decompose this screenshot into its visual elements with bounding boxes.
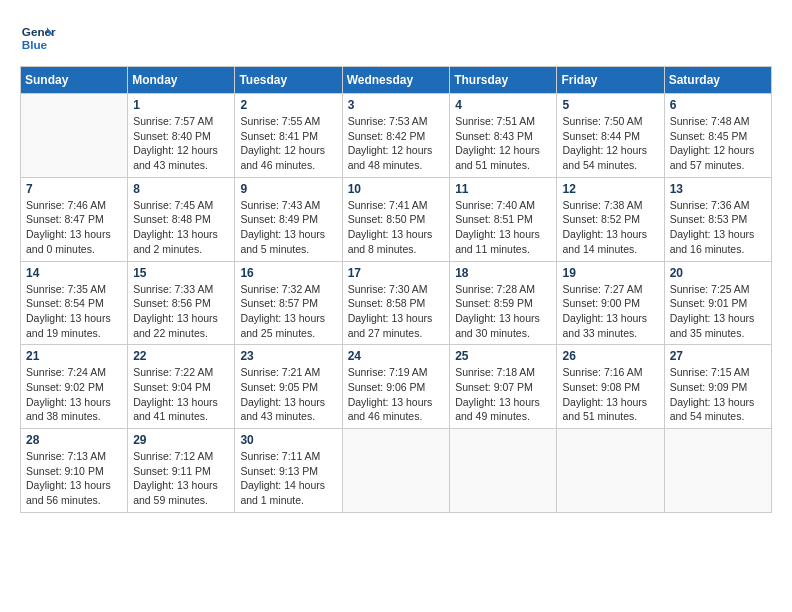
day-number: 23 [240, 349, 336, 363]
calendar-table: SundayMondayTuesdayWednesdayThursdayFrid… [20, 66, 772, 513]
calendar-cell: 14Sunrise: 7:35 AM Sunset: 8:54 PM Dayli… [21, 261, 128, 345]
calendar-cell: 13Sunrise: 7:36 AM Sunset: 8:53 PM Dayli… [664, 177, 771, 261]
day-number: 28 [26, 433, 122, 447]
day-number: 8 [133, 182, 229, 196]
calendar-cell: 20Sunrise: 7:25 AM Sunset: 9:01 PM Dayli… [664, 261, 771, 345]
day-header-tuesday: Tuesday [235, 67, 342, 94]
day-number: 10 [348, 182, 445, 196]
calendar-cell: 22Sunrise: 7:22 AM Sunset: 9:04 PM Dayli… [128, 345, 235, 429]
calendar-cell: 28Sunrise: 7:13 AM Sunset: 9:10 PM Dayli… [21, 429, 128, 513]
calendar-cell [342, 429, 450, 513]
day-detail: Sunrise: 7:43 AM Sunset: 8:49 PM Dayligh… [240, 198, 336, 257]
calendar-cell: 5Sunrise: 7:50 AM Sunset: 8:44 PM Daylig… [557, 94, 664, 178]
day-number: 17 [348, 266, 445, 280]
day-number: 24 [348, 349, 445, 363]
calendar-week-1: 1Sunrise: 7:57 AM Sunset: 8:40 PM Daylig… [21, 94, 772, 178]
day-detail: Sunrise: 7:28 AM Sunset: 8:59 PM Dayligh… [455, 282, 551, 341]
calendar-cell: 8Sunrise: 7:45 AM Sunset: 8:48 PM Daylig… [128, 177, 235, 261]
day-detail: Sunrise: 7:27 AM Sunset: 9:00 PM Dayligh… [562, 282, 658, 341]
calendar-week-4: 21Sunrise: 7:24 AM Sunset: 9:02 PM Dayli… [21, 345, 772, 429]
calendar-cell: 24Sunrise: 7:19 AM Sunset: 9:06 PM Dayli… [342, 345, 450, 429]
day-detail: Sunrise: 7:53 AM Sunset: 8:42 PM Dayligh… [348, 114, 445, 173]
day-detail: Sunrise: 7:15 AM Sunset: 9:09 PM Dayligh… [670, 365, 766, 424]
calendar-cell: 15Sunrise: 7:33 AM Sunset: 8:56 PM Dayli… [128, 261, 235, 345]
day-number: 11 [455, 182, 551, 196]
calendar-cell: 30Sunrise: 7:11 AM Sunset: 9:13 PM Dayli… [235, 429, 342, 513]
day-detail: Sunrise: 7:50 AM Sunset: 8:44 PM Dayligh… [562, 114, 658, 173]
calendar-cell: 19Sunrise: 7:27 AM Sunset: 9:00 PM Dayli… [557, 261, 664, 345]
day-detail: Sunrise: 7:25 AM Sunset: 9:01 PM Dayligh… [670, 282, 766, 341]
day-number: 16 [240, 266, 336, 280]
calendar-week-5: 28Sunrise: 7:13 AM Sunset: 9:10 PM Dayli… [21, 429, 772, 513]
day-detail: Sunrise: 7:41 AM Sunset: 8:50 PM Dayligh… [348, 198, 445, 257]
calendar-cell: 16Sunrise: 7:32 AM Sunset: 8:57 PM Dayli… [235, 261, 342, 345]
day-number: 4 [455, 98, 551, 112]
day-number: 27 [670, 349, 766, 363]
day-detail: Sunrise: 7:24 AM Sunset: 9:02 PM Dayligh… [26, 365, 122, 424]
day-detail: Sunrise: 7:40 AM Sunset: 8:51 PM Dayligh… [455, 198, 551, 257]
logo: General Blue [20, 20, 56, 56]
day-detail: Sunrise: 7:57 AM Sunset: 8:40 PM Dayligh… [133, 114, 229, 173]
calendar-cell: 6Sunrise: 7:48 AM Sunset: 8:45 PM Daylig… [664, 94, 771, 178]
day-number: 22 [133, 349, 229, 363]
day-number: 19 [562, 266, 658, 280]
calendar-cell: 25Sunrise: 7:18 AM Sunset: 9:07 PM Dayli… [450, 345, 557, 429]
day-number: 1 [133, 98, 229, 112]
day-detail: Sunrise: 7:12 AM Sunset: 9:11 PM Dayligh… [133, 449, 229, 508]
day-number: 25 [455, 349, 551, 363]
day-detail: Sunrise: 7:36 AM Sunset: 8:53 PM Dayligh… [670, 198, 766, 257]
page-header: General Blue [20, 20, 772, 56]
calendar-cell: 26Sunrise: 7:16 AM Sunset: 9:08 PM Dayli… [557, 345, 664, 429]
day-number: 14 [26, 266, 122, 280]
svg-text:General: General [22, 25, 56, 38]
calendar-cell: 27Sunrise: 7:15 AM Sunset: 9:09 PM Dayli… [664, 345, 771, 429]
day-detail: Sunrise: 7:51 AM Sunset: 8:43 PM Dayligh… [455, 114, 551, 173]
calendar-cell: 21Sunrise: 7:24 AM Sunset: 9:02 PM Dayli… [21, 345, 128, 429]
day-detail: Sunrise: 7:11 AM Sunset: 9:13 PM Dayligh… [240, 449, 336, 508]
calendar-cell: 11Sunrise: 7:40 AM Sunset: 8:51 PM Dayli… [450, 177, 557, 261]
day-detail: Sunrise: 7:22 AM Sunset: 9:04 PM Dayligh… [133, 365, 229, 424]
calendar-cell: 10Sunrise: 7:41 AM Sunset: 8:50 PM Dayli… [342, 177, 450, 261]
day-number: 9 [240, 182, 336, 196]
day-header-friday: Friday [557, 67, 664, 94]
day-number: 3 [348, 98, 445, 112]
calendar-cell: 29Sunrise: 7:12 AM Sunset: 9:11 PM Dayli… [128, 429, 235, 513]
day-detail: Sunrise: 7:30 AM Sunset: 8:58 PM Dayligh… [348, 282, 445, 341]
day-detail: Sunrise: 7:46 AM Sunset: 8:47 PM Dayligh… [26, 198, 122, 257]
calendar-cell: 18Sunrise: 7:28 AM Sunset: 8:59 PM Dayli… [450, 261, 557, 345]
day-detail: Sunrise: 7:35 AM Sunset: 8:54 PM Dayligh… [26, 282, 122, 341]
calendar-cell [557, 429, 664, 513]
calendar-cell: 17Sunrise: 7:30 AM Sunset: 8:58 PM Dayli… [342, 261, 450, 345]
calendar-cell: 9Sunrise: 7:43 AM Sunset: 8:49 PM Daylig… [235, 177, 342, 261]
day-detail: Sunrise: 7:33 AM Sunset: 8:56 PM Dayligh… [133, 282, 229, 341]
day-detail: Sunrise: 7:21 AM Sunset: 9:05 PM Dayligh… [240, 365, 336, 424]
calendar-cell: 23Sunrise: 7:21 AM Sunset: 9:05 PM Dayli… [235, 345, 342, 429]
day-number: 12 [562, 182, 658, 196]
calendar-cell: 1Sunrise: 7:57 AM Sunset: 8:40 PM Daylig… [128, 94, 235, 178]
day-header-wednesday: Wednesday [342, 67, 450, 94]
calendar-header-row: SundayMondayTuesdayWednesdayThursdayFrid… [21, 67, 772, 94]
logo-icon: General Blue [20, 20, 56, 56]
calendar-cell: 2Sunrise: 7:55 AM Sunset: 8:41 PM Daylig… [235, 94, 342, 178]
calendar-cell [21, 94, 128, 178]
day-number: 5 [562, 98, 658, 112]
day-detail: Sunrise: 7:45 AM Sunset: 8:48 PM Dayligh… [133, 198, 229, 257]
day-header-monday: Monday [128, 67, 235, 94]
day-number: 15 [133, 266, 229, 280]
calendar-week-2: 7Sunrise: 7:46 AM Sunset: 8:47 PM Daylig… [21, 177, 772, 261]
day-detail: Sunrise: 7:48 AM Sunset: 8:45 PM Dayligh… [670, 114, 766, 173]
day-number: 6 [670, 98, 766, 112]
calendar-week-3: 14Sunrise: 7:35 AM Sunset: 8:54 PM Dayli… [21, 261, 772, 345]
day-number: 18 [455, 266, 551, 280]
calendar-cell: 4Sunrise: 7:51 AM Sunset: 8:43 PM Daylig… [450, 94, 557, 178]
day-header-sunday: Sunday [21, 67, 128, 94]
calendar-cell: 7Sunrise: 7:46 AM Sunset: 8:47 PM Daylig… [21, 177, 128, 261]
day-header-saturday: Saturday [664, 67, 771, 94]
day-detail: Sunrise: 7:38 AM Sunset: 8:52 PM Dayligh… [562, 198, 658, 257]
day-number: 29 [133, 433, 229, 447]
day-detail: Sunrise: 7:13 AM Sunset: 9:10 PM Dayligh… [26, 449, 122, 508]
svg-text:Blue: Blue [22, 38, 48, 51]
day-detail: Sunrise: 7:19 AM Sunset: 9:06 PM Dayligh… [348, 365, 445, 424]
day-number: 21 [26, 349, 122, 363]
day-detail: Sunrise: 7:55 AM Sunset: 8:41 PM Dayligh… [240, 114, 336, 173]
